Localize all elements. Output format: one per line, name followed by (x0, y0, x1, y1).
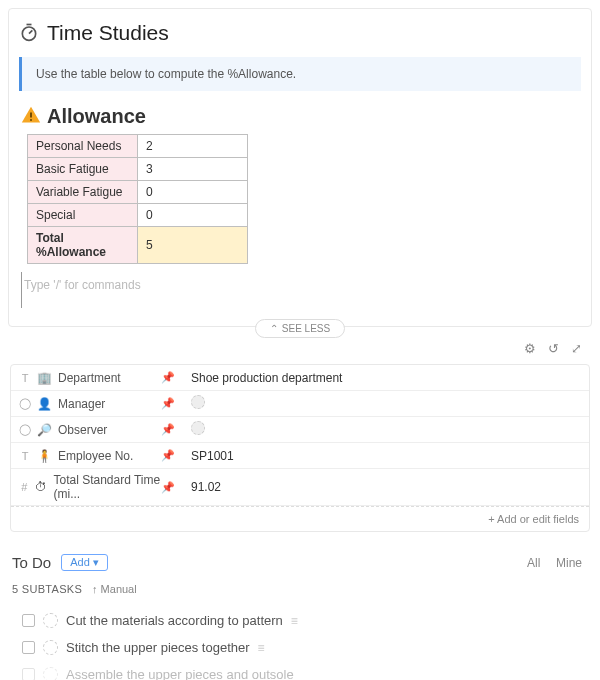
table-row: Personal Needs2 (28, 135, 248, 158)
assignee-icon[interactable] (43, 640, 58, 655)
employee-icon: 🧍 (37, 449, 52, 463)
field-value[interactable] (181, 391, 589, 416)
add-edit-fields-link[interactable]: + Add or edit fields (11, 506, 589, 531)
person-type-icon: ◯ (19, 423, 31, 436)
task-title: Stitch the upper pieces together (66, 640, 250, 655)
row-label: Special (28, 204, 138, 227)
empty-avatar-icon[interactable] (191, 421, 205, 435)
allowance-heading-row: Allowance (21, 105, 581, 128)
stopwatch-icon (19, 22, 39, 45)
person-type-icon: ◯ (19, 397, 31, 410)
drag-handle-icon[interactable]: ≡ (291, 614, 298, 628)
svg-rect-2 (30, 119, 32, 121)
manager-icon: 👤 (37, 397, 52, 411)
row-label: Personal Needs (28, 135, 138, 158)
custom-fields-panel: T🏢Department📌 Shoe production department… (10, 364, 590, 532)
field-label: Observer (58, 423, 107, 437)
allowance-table: Personal Needs2 Basic Fatigue3 Variable … (27, 134, 248, 264)
row-value[interactable]: 0 (138, 181, 248, 204)
field-value[interactable]: SP1001 (181, 445, 589, 467)
pin-icon[interactable]: 📌 (161, 371, 175, 384)
table-row-total: Total %Allowance5 (28, 227, 248, 264)
assignee-icon[interactable] (43, 613, 58, 628)
department-icon: 🏢 (37, 371, 52, 385)
text-type-icon: T (19, 372, 31, 384)
field-label: Manager (58, 397, 105, 411)
pin-icon[interactable]: 📌 (161, 397, 175, 410)
observer-icon: 🔎 (37, 423, 52, 437)
svg-rect-1 (30, 113, 32, 118)
info-text: Use the table below to compute the %Allo… (36, 67, 296, 81)
field-value[interactable] (181, 417, 589, 442)
number-type-icon: # (19, 481, 29, 493)
row-label: Variable Fatigue (28, 181, 138, 204)
settings-icon[interactable]: ⚙ (524, 341, 536, 356)
drag-handle-icon[interactable]: ≡ (258, 641, 265, 655)
task-list: Cut the materials according to pattern ≡… (0, 601, 600, 680)
field-row-total-standard-time[interactable]: #⏱Total Standard Time (mi...📌 91.02 (11, 469, 589, 506)
subtasks-meta: 5 SUBTASKS ↑ Manual (0, 577, 600, 601)
field-label: Total Standard Time (mi... (53, 473, 173, 501)
table-row: Special0 (28, 204, 248, 227)
sort-mode[interactable]: ↑ Manual (92, 583, 137, 595)
info-callout: Use the table below to compute the %Allo… (19, 57, 581, 91)
filter-all[interactable]: All (527, 556, 540, 570)
row-label: Total %Allowance (28, 227, 138, 264)
empty-avatar-icon[interactable] (191, 395, 205, 409)
field-row-employee-no[interactable]: T🧍Employee No.📌 SP1001 (11, 443, 589, 469)
field-row-observer[interactable]: ◯🔎Observer📌 (11, 417, 589, 443)
task-title: Assemble the upper pieces and outsole (66, 667, 294, 680)
list-item[interactable]: Cut the materials according to pattern ≡ (22, 607, 588, 634)
expand-icon[interactable]: ⤢ (571, 341, 582, 356)
card-action-toolbar: ⚙ ↺ ⤢ (0, 335, 600, 360)
add-subtask-button[interactable]: Add ▾ (61, 554, 108, 571)
row-value: 5 (138, 227, 248, 264)
field-label: Employee No. (58, 449, 133, 463)
field-row-manager[interactable]: ◯👤Manager📌 (11, 391, 589, 417)
todo-filters: All Mine (515, 555, 582, 570)
pin-icon[interactable]: 📌 (161, 449, 175, 462)
see-less-button[interactable]: ⌃ SEE LESS (255, 319, 345, 338)
svg-point-0 (22, 27, 35, 40)
pin-icon[interactable]: 📌 (161, 423, 175, 436)
warning-icon (21, 105, 41, 128)
checkbox-icon[interactable] (22, 614, 35, 627)
row-value[interactable]: 2 (138, 135, 248, 158)
field-value[interactable]: Shoe production department (181, 367, 589, 389)
field-label: Department (58, 371, 121, 385)
history-icon[interactable]: ↺ (548, 341, 559, 356)
table-row: Basic Fatigue3 (28, 158, 248, 181)
command-input[interactable]: Type '/' for commands (21, 272, 581, 308)
time-studies-card: Time Studies Use the table below to comp… (8, 8, 592, 327)
page-title: Time Studies (47, 21, 169, 45)
list-item[interactable]: Assemble the upper pieces and outsole (22, 661, 588, 680)
card-title-row: Time Studies (19, 21, 581, 45)
field-value[interactable]: 91.02 (181, 476, 589, 498)
subtasks-count: 5 SUBTASKS (12, 583, 82, 595)
row-value[interactable]: 0 (138, 204, 248, 227)
row-label: Basic Fatigue (28, 158, 138, 181)
chevron-up-icon: ⌃ (270, 323, 278, 334)
pin-icon[interactable]: 📌 (161, 481, 175, 494)
filter-mine[interactable]: Mine (556, 556, 582, 570)
row-value[interactable]: 3 (138, 158, 248, 181)
task-title: Cut the materials according to pattern (66, 613, 283, 628)
table-row: Variable Fatigue0 (28, 181, 248, 204)
assignee-icon[interactable] (43, 667, 58, 680)
checkbox-icon[interactable] (22, 641, 35, 654)
field-row-department[interactable]: T🏢Department📌 Shoe production department (11, 365, 589, 391)
time-icon: ⏱ (35, 480, 47, 494)
checkbox-icon[interactable] (22, 668, 35, 680)
todo-heading: To Do (12, 554, 51, 571)
list-item[interactable]: Stitch the upper pieces together ≡ (22, 634, 588, 661)
todo-header: To Do Add ▾ All Mine (0, 536, 600, 577)
allowance-heading: Allowance (47, 105, 146, 128)
text-type-icon: T (19, 450, 31, 462)
